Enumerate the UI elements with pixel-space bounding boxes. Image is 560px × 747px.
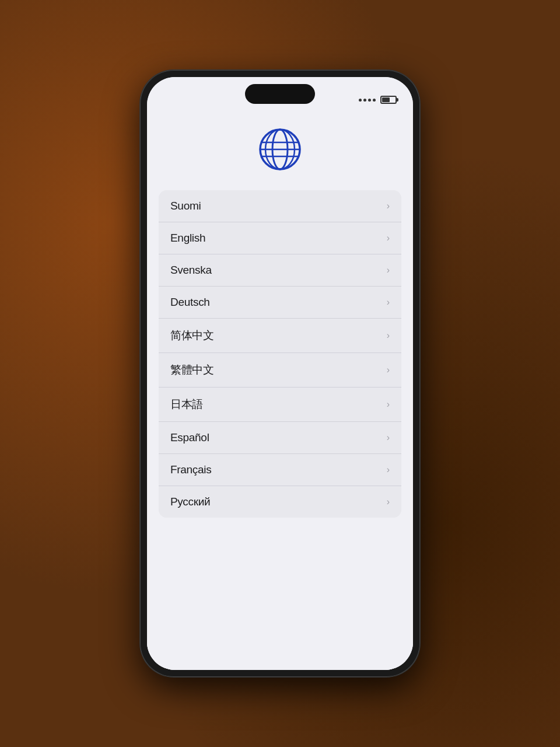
- signal-dot-2: [363, 99, 366, 102]
- battery-indicator: [359, 96, 397, 104]
- language-item-russian[interactable]: Русский ›: [159, 486, 401, 518]
- battery-icon: [380, 96, 397, 104]
- language-name-espanol: Español: [170, 431, 209, 444]
- language-item-svenska[interactable]: Svenska ›: [159, 254, 401, 287]
- signal-dot-4: [373, 99, 376, 102]
- chevron-icon-simplified-chinese: ›: [387, 330, 390, 341]
- language-name-svenska: Svenska: [170, 264, 212, 277]
- phone-screen: Suomi › English › Svenska › Deutsch › 简体…: [147, 77, 413, 670]
- language-item-francais[interactable]: Français ›: [159, 454, 401, 486]
- language-item-simplified-chinese[interactable]: 简体中文 ›: [159, 319, 401, 353]
- language-item-espanol[interactable]: Español ›: [159, 422, 401, 454]
- screen-content: Suomi › English › Svenska › Deutsch › 简体…: [147, 109, 413, 670]
- chevron-icon-espanol: ›: [387, 432, 390, 443]
- language-item-deutsch[interactable]: Deutsch ›: [159, 287, 401, 319]
- chevron-icon-english: ›: [387, 233, 390, 243]
- phone-device: Suomi › English › Svenska › Deutsch › 简体…: [140, 70, 420, 677]
- globe-container: [147, 109, 413, 190]
- language-name-deutsch: Deutsch: [170, 296, 210, 309]
- language-name-traditional-chinese: 繁體中文: [170, 362, 214, 378]
- language-name-suomi: Suomi: [170, 200, 201, 212]
- chevron-icon-russian: ›: [387, 497, 390, 507]
- language-item-japanese[interactable]: 日本語 ›: [159, 388, 401, 422]
- chevron-icon-japanese: ›: [387, 399, 390, 410]
- language-name-russian: Русский: [170, 495, 210, 508]
- language-item-suomi[interactable]: Suomi ›: [159, 190, 401, 222]
- signal-dot-3: [368, 99, 371, 102]
- chevron-icon-francais: ›: [387, 465, 390, 475]
- bottom-spacer: [147, 518, 413, 670]
- language-name-english: English: [170, 232, 205, 245]
- chevron-icon-svenska: ›: [387, 265, 390, 275]
- status-bar: [147, 77, 413, 109]
- language-name-francais: Français: [170, 463, 211, 476]
- language-item-english[interactable]: English ›: [159, 222, 401, 254]
- chevron-icon-deutsch: ›: [387, 297, 390, 308]
- language-name-simplified-chinese: 简体中文: [170, 328, 214, 343]
- chevron-icon-suomi: ›: [387, 201, 390, 211]
- signal-dots: [359, 99, 376, 102]
- globe-icon: [257, 126, 303, 173]
- chevron-icon-traditional-chinese: ›: [387, 365, 390, 375]
- signal-dot-1: [359, 99, 362, 102]
- battery-fill: [382, 97, 390, 102]
- dynamic-island: [245, 84, 315, 104]
- language-item-traditional-chinese[interactable]: 繁體中文 ›: [159, 353, 401, 388]
- language-name-japanese: 日本語: [170, 397, 203, 412]
- language-list: Suomi › English › Svenska › Deutsch › 简体…: [159, 190, 401, 518]
